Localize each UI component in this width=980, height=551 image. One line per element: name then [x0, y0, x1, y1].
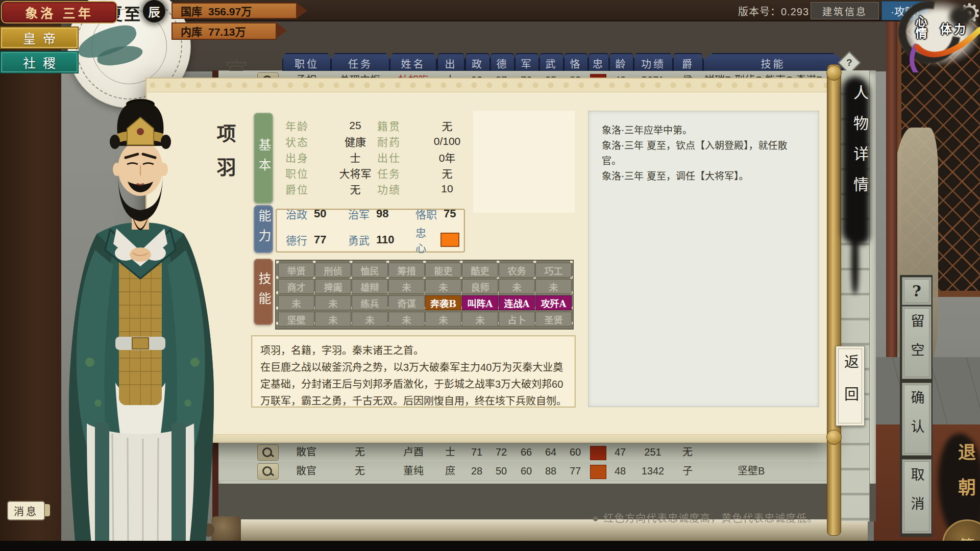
column-header-gov[interactable]: 政: [465, 53, 491, 73]
biography-box: 项羽，名籍，字羽。秦末诸王之首。 在巨鹿之战以破釜沉舟之势，以3万大破秦军主力4…: [251, 335, 576, 408]
background-wood-panel: [0, 20, 61, 543]
field-label: 年龄: [285, 118, 319, 133]
field-label: 籍贯: [377, 118, 411, 133]
keep-empty-button[interactable]: 留空: [902, 306, 932, 379]
skill-chip: 筹措: [388, 263, 425, 278]
cell-gov: 28: [465, 465, 488, 478]
character-detail-dialog: 项羽 基本 能力 技能 年龄25 状态健康 出身士 职位大将军 爵位无 籍贯无 …: [145, 78, 830, 443]
column-header-loyalty[interactable]: 忠: [588, 53, 609, 73]
column-header-skills[interactable]: 技能: [703, 53, 843, 73]
mood-stamina-widget[interactable]: 心情 体力: [889, 0, 980, 72]
cell-war: 88: [539, 465, 562, 478]
cell-peerage: 子: [672, 465, 703, 478]
field-label: 状态: [285, 134, 319, 149]
portrait-slot: [473, 111, 575, 213]
dialog-title: 人物详情: [848, 85, 871, 253]
skill-chip: 举贤: [278, 263, 314, 278]
skill-chip: 捭阖: [315, 279, 351, 294]
skill-chip: 恤民: [352, 263, 388, 278]
skill-chip: 商才: [278, 279, 314, 294]
skill-chip: 奇谋: [388, 295, 425, 310]
cell-duty: 77: [564, 465, 587, 478]
privy-value: 77.13万: [208, 23, 246, 39]
loyalty-label: 忠心: [415, 224, 434, 255]
table-row[interactable]: 散官 无 董纯 庶 28 50 60 88 77 48 1342 子 坚壁B: [218, 462, 868, 481]
skill-chip: 坚壁: [278, 312, 314, 327]
inspect-magnifier-button[interactable]: [257, 463, 279, 480]
field-label: 出身: [285, 149, 319, 165]
skill-chip: 圣贤: [535, 312, 572, 327]
skill-grid: 举贤 刑侦 恤民 筹措 能吏 酷吏 农务 巧工 商才 捭阖 雄辩 未 未 良师 …: [275, 260, 574, 330]
ability-value: 77: [314, 233, 326, 246]
bio-line: 项羽，名籍，字羽。秦末诸王之首。: [260, 342, 567, 359]
hour-badge: 辰: [143, 0, 165, 22]
skill-chip: 攻歼A: [535, 295, 572, 310]
column-header-merit[interactable]: 功绩: [633, 53, 673, 73]
cancel-button[interactable]: 取消: [902, 459, 932, 534]
national-treasury-banner: 国库 356.97万: [172, 3, 297, 19]
basic-info-right-column: 籍贯无 耐药0/100 出仕0年 任务无 功绩10: [377, 117, 483, 196]
history-line: 象洛·三年应举中第。: [602, 122, 805, 138]
table-row[interactable]: 散官 无 卢酉 士 71 72 66 64 60 47 251 无: [218, 443, 868, 462]
skill-chip: 农务: [499, 263, 535, 278]
cell-duty: 60: [564, 446, 587, 459]
loyalty-swatch: [590, 465, 606, 479]
skill-chip: 巧工: [535, 263, 572, 278]
dialog-title-banner: 人物详情: [841, 74, 872, 262]
cell-virtue: 72: [489, 446, 513, 459]
cell-age: 48: [607, 465, 633, 478]
skill-chip: 未: [315, 295, 351, 310]
sidebar-item-shrine[interactable]: 社稷: [0, 51, 79, 73]
cell-military: 66: [514, 446, 538, 459]
column-header-military[interactable]: 军: [514, 53, 540, 73]
cell-origin: 士: [437, 446, 463, 459]
field-value: 10: [411, 183, 483, 195]
scroll-knob: [826, 430, 842, 445]
column-header-duty[interactable]: 恪: [564, 53, 589, 73]
skill-chip: 未: [388, 279, 425, 294]
column-header-task[interactable]: 任务: [331, 53, 390, 73]
ability-value: 50: [314, 207, 326, 220]
column-header-position[interactable]: 职位: [282, 53, 331, 73]
cell-name: 卢酉: [385, 446, 442, 459]
skill-chip: 未: [278, 295, 314, 310]
mood-label: 心情: [912, 15, 929, 39]
sidebar-item-emperor[interactable]: 皇帝: [0, 27, 79, 49]
field-value: 0/100: [411, 135, 483, 147]
loyalty-swatch: [590, 446, 606, 460]
column-header-age[interactable]: 龄: [609, 53, 634, 73]
tab-basic[interactable]: 基本: [254, 113, 273, 204]
history-panel: 象洛·三年应举中第。 象洛·三年 夏至，钦点【入朝登殿】，就任散官。 象洛·三年…: [588, 111, 819, 407]
inspect-magnifier-button[interactable]: [257, 444, 279, 461]
building-info-button[interactable]: 建筑信息: [811, 2, 879, 19]
treasury-value: 356.97万: [208, 3, 252, 18]
column-header-peerage[interactable]: 爵: [673, 53, 703, 73]
field-label: 爵位: [285, 181, 319, 196]
cell-position: 散官: [278, 446, 334, 459]
ability-label: 恪职: [415, 206, 437, 221]
column-header-origin[interactable]: 出: [437, 53, 465, 73]
column-header-war[interactable]: 武: [539, 53, 564, 73]
history-line: 象洛·三年 夏至，钦点【入朝登殿】，就任散官。: [602, 138, 805, 168]
skill-chip: 奔袭B: [425, 295, 461, 310]
skill-chip: 未: [388, 312, 425, 327]
column-header-name[interactable]: 姓名: [389, 53, 437, 73]
tab-skill[interactable]: 技能: [254, 259, 273, 325]
skill-chip: 占卜: [499, 312, 535, 327]
confirm-button[interactable]: 确认: [902, 383, 932, 456]
skill-chip: 未: [425, 279, 461, 294]
message-button[interactable]: 消息: [7, 501, 45, 520]
column-header-virtue[interactable]: 德: [490, 53, 515, 73]
back-button[interactable]: 返回: [836, 346, 865, 426]
cell-origin: 庶: [437, 465, 463, 478]
stamina-label: 体力: [940, 19, 968, 37]
help-button[interactable]: ?: [902, 277, 932, 305]
bio-line: 在巨鹿之战以破釜沉舟之势，以3万大破秦军主力40万为灭秦大业奠定基础，分封诸王后…: [260, 359, 567, 410]
bottom-letterbox: [0, 541, 980, 551]
skill-chip: 连战A: [499, 295, 535, 310]
privy-label: 内库: [181, 23, 202, 39]
tab-ability[interactable]: 能力: [254, 205, 273, 253]
skill-chip: 刑侦: [315, 263, 351, 278]
field-value: 0年: [411, 149, 483, 165]
side-button-column: ? 留空 确认 取消: [900, 275, 933, 537]
